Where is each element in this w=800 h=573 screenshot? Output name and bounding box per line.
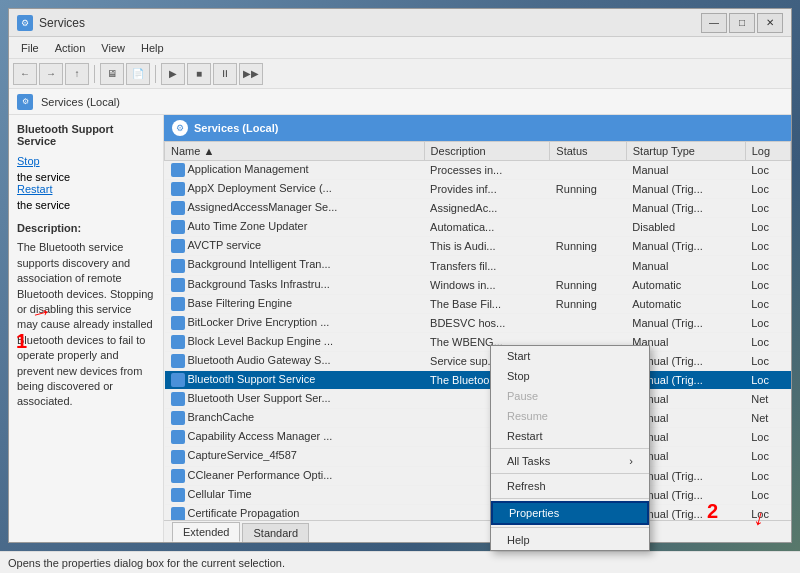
cell-startup: Automatic [626, 294, 745, 313]
context-item-label: Start [507, 350, 530, 362]
table-row[interactable]: Capability Access Manager ... Manual Loc [165, 428, 791, 447]
toolbar: ← → ↑ 🖥 📄 ▶ ■ ⏸ ▶▶ [9, 59, 791, 89]
context-menu-item-all-tasks[interactable]: All Tasks› [491, 451, 649, 471]
stop-service-link[interactable]: Stop [17, 155, 155, 167]
context-menu-item-help[interactable]: Help [491, 530, 649, 550]
service-row-icon [171, 507, 185, 520]
cell-log: Loc [745, 504, 790, 520]
service-row-icon [171, 488, 185, 502]
table-row[interactable]: Certificate Propagation Manual (Trig... … [165, 504, 791, 520]
cell-log: Loc [745, 161, 790, 180]
context-menu-separator [491, 527, 649, 528]
cell-name: Certificate Propagation [165, 504, 425, 520]
table-row[interactable]: Block Level Backup Engine ... The WBENG.… [165, 332, 791, 351]
table-row[interactable]: AssignedAccessManager Se... AssignedAc..… [165, 199, 791, 218]
title-controls: — □ ✕ [701, 13, 783, 33]
table-row[interactable]: Background Tasks Infrastru... Windows in… [165, 275, 791, 294]
cell-log: Loc [745, 199, 790, 218]
cell-status [550, 256, 626, 275]
cell-startup: Manual (Trig... [626, 313, 745, 332]
cell-status: Running [550, 180, 626, 199]
table-row[interactable]: Background Intelligent Tran... Transfers… [165, 256, 791, 275]
menu-action[interactable]: Action [47, 40, 94, 56]
table-row[interactable]: AppX Deployment Service (... Provides in… [165, 180, 791, 199]
context-item-label: Refresh [507, 480, 546, 492]
service-name-heading: Bluetooth Support Service [17, 123, 155, 147]
cell-startup: Manual (Trig... [626, 180, 745, 199]
cell-log: Loc [745, 466, 790, 485]
table-row[interactable]: Bluetooth User Support Ser... Manual Net [165, 390, 791, 409]
col-description[interactable]: Description [424, 142, 550, 161]
table-row[interactable]: AVCTP service This is Audi... Running Ma… [165, 237, 791, 256]
cell-description: AssignedAc... [424, 199, 550, 218]
col-name[interactable]: Name ▲ [165, 142, 425, 161]
play-button[interactable]: ▶ [161, 63, 185, 85]
forward-button[interactable]: → [39, 63, 63, 85]
cell-log: Loc [745, 275, 790, 294]
table-row[interactable]: Bluetooth Audio Gateway S... Service sup… [165, 351, 791, 370]
left-panel: Bluetooth Support Service Stop the servi… [9, 115, 164, 542]
service-row-icon [171, 373, 185, 387]
minimize-button[interactable]: — [701, 13, 727, 33]
restart-button[interactable]: ▶▶ [239, 63, 263, 85]
menu-bar: File Action View Help [9, 37, 791, 59]
cell-name: AssignedAccessManager Se... [165, 199, 425, 218]
service-row-icon [171, 201, 185, 215]
tab-extended[interactable]: Extended [172, 522, 240, 542]
close-button[interactable]: ✕ [757, 13, 783, 33]
table-row[interactable]: BitLocker Drive Encryption ... BDESVC ho… [165, 313, 791, 332]
cell-startup: Disabled [626, 218, 745, 237]
service-row-icon [171, 297, 185, 311]
table-row[interactable]: CaptureService_4f587 Manual Loc [165, 447, 791, 466]
menu-help[interactable]: Help [133, 40, 172, 56]
computer-button[interactable]: 🖥 [100, 63, 124, 85]
cell-name: AppX Deployment Service (... [165, 180, 425, 199]
service-row-icon [171, 239, 185, 253]
cell-log: Loc [745, 485, 790, 504]
cell-startup: Manual (Trig... [626, 237, 745, 256]
table-row[interactable]: Cellular Time Manual (Trig... Loc [165, 485, 791, 504]
table-row[interactable]: Auto Time Zone Updater Automatica... Dis… [165, 218, 791, 237]
restart-service-link[interactable]: Restart [17, 183, 155, 195]
cell-startup: Manual (Trig... [626, 199, 745, 218]
service-row-icon [171, 316, 185, 330]
context-menu-item-refresh[interactable]: Refresh [491, 476, 649, 496]
up-button[interactable]: ↑ [65, 63, 89, 85]
menu-view[interactable]: View [93, 40, 133, 56]
table-row[interactable]: CCleaner Performance Opti... Manual (Tri… [165, 466, 791, 485]
table-row[interactable]: Bluetooth Support Service The Bluetoo...… [165, 371, 791, 390]
col-startup[interactable]: Startup Type [626, 142, 745, 161]
services-panel-header: ⚙ Services (Local) [164, 115, 791, 141]
cell-description: Provides inf... [424, 180, 550, 199]
maximize-button[interactable]: □ [729, 13, 755, 33]
context-item-label: All Tasks [507, 455, 550, 467]
col-status[interactable]: Status [550, 142, 626, 161]
service-row-icon [171, 335, 185, 349]
cell-log: Loc [745, 313, 790, 332]
pause-button[interactable]: ⏸ [213, 63, 237, 85]
status-text: Opens the properties dialog box for the … [8, 557, 285, 569]
menu-file[interactable]: File [13, 40, 47, 56]
table-row[interactable]: Application Management Processes in... M… [165, 161, 791, 180]
context-menu-item-restart[interactable]: Restart [491, 426, 649, 446]
cell-name: CCleaner Performance Opti... [165, 466, 425, 485]
cell-log: Loc [745, 294, 790, 313]
stop-button[interactable]: ■ [187, 63, 211, 85]
table-row[interactable]: BranchCache Manual Net [165, 409, 791, 428]
context-menu-item-pause: Pause [491, 386, 649, 406]
back-button[interactable]: ← [13, 63, 37, 85]
context-menu-item-properties[interactable]: Properties [491, 501, 649, 525]
table-row[interactable]: Base Filtering Engine The Base Fil... Ru… [165, 294, 791, 313]
cell-log: Net [745, 390, 790, 409]
services-table-container[interactable]: Name ▲ Description Status Startup Type L… [164, 141, 791, 520]
tab-standard[interactable]: Standard [242, 523, 309, 542]
context-item-label: Resume [507, 410, 548, 422]
cell-name: Auto Time Zone Updater [165, 218, 425, 237]
col-log[interactable]: Log [745, 142, 790, 161]
context-menu-item-start[interactable]: Start [491, 346, 649, 366]
action-links: Stop the service Restart the service [17, 155, 155, 211]
cell-name: Cellular Time [165, 485, 425, 504]
document-button[interactable]: 📄 [126, 63, 150, 85]
context-menu-item-stop[interactable]: Stop [491, 366, 649, 386]
cell-log: Loc [745, 218, 790, 237]
